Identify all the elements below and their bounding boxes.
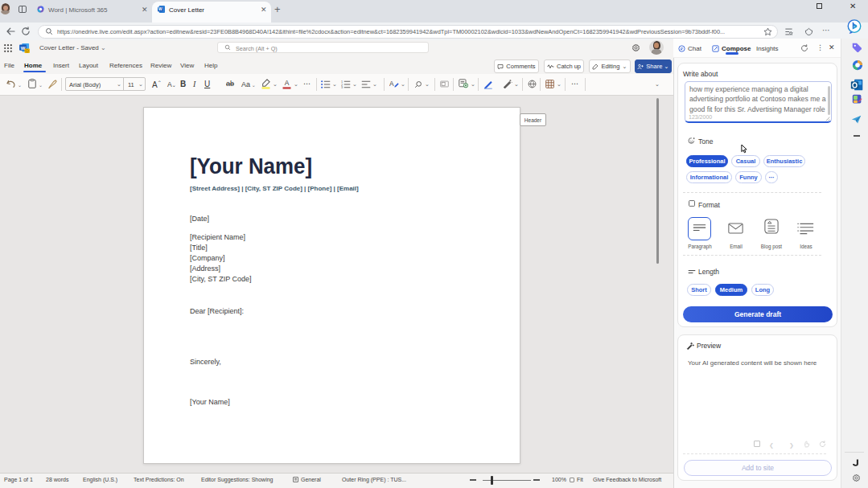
svg-text:A: A — [389, 80, 394, 88]
svg-text:W: W — [158, 6, 162, 11]
svg-text:3: 3 — [341, 86, 343, 88]
svg-text:A: A — [285, 79, 290, 87]
